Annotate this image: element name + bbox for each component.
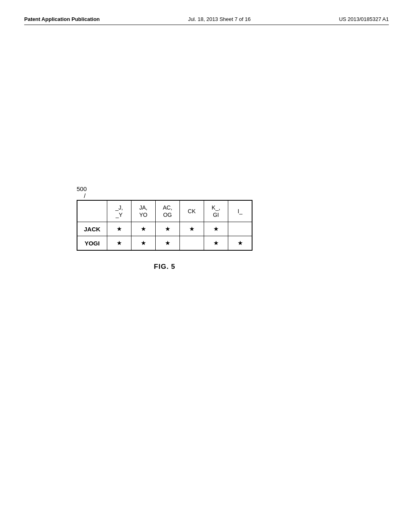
col-header-empty bbox=[77, 200, 107, 222]
col-header-i: I_ bbox=[228, 200, 252, 222]
cell-yogi-jy: ★ bbox=[107, 236, 131, 251]
data-table: _J,_Y JA,YO AC,OG CK K_,GI I_ JACK ★ ★ ★… bbox=[77, 200, 252, 251]
page-container: Patent Application Publication Jul. 18, … bbox=[0, 0, 413, 532]
header-publication-label: Patent Application Publication bbox=[24, 16, 100, 22]
cell-jack-ck: ★ bbox=[179, 222, 204, 236]
cell-jack-kgi: ★ bbox=[204, 222, 228, 236]
figure-ref-number: 500 bbox=[77, 185, 252, 192]
cell-jack-jy: ★ bbox=[107, 222, 131, 236]
table-row: YOGI ★ ★ ★ ★ ★ bbox=[77, 236, 252, 251]
header-date-sheet: Jul. 18, 2013 Sheet 7 of 16 bbox=[188, 16, 250, 22]
col-header-jy: _J,_Y bbox=[107, 200, 131, 222]
row-name-jack: JACK bbox=[77, 222, 107, 236]
row-name-yogi: YOGI bbox=[77, 236, 107, 251]
cell-yogi-acog: ★ bbox=[155, 236, 179, 251]
figure-area: 500 / _J,_Y JA,YO AC,OG CK K_,GI I_ JACK… bbox=[77, 185, 252, 271]
figure-slash: / bbox=[84, 192, 252, 199]
cell-jack-jayo: ★ bbox=[131, 222, 155, 236]
cell-jack-acog: ★ bbox=[155, 222, 179, 236]
cell-yogi-ck bbox=[179, 236, 204, 251]
col-header-acog: AC,OG bbox=[155, 200, 179, 222]
table-header-row: _J,_Y JA,YO AC,OG CK K_,GI I_ bbox=[77, 200, 252, 222]
cell-yogi-kgi: ★ bbox=[204, 236, 228, 251]
table-row: JACK ★ ★ ★ ★ ★ bbox=[77, 222, 252, 236]
col-header-ck: CK bbox=[179, 200, 204, 222]
col-header-kgi: K_,GI bbox=[204, 200, 228, 222]
cell-yogi-jayo: ★ bbox=[131, 236, 155, 251]
cell-yogi-i: ★ bbox=[228, 236, 252, 251]
figure-caption: FIG. 5 bbox=[77, 263, 252, 271]
header-patent-number: US 2013/0185327 A1 bbox=[339, 16, 389, 22]
page-header: Patent Application Publication Jul. 18, … bbox=[24, 16, 389, 25]
cell-jack-i bbox=[228, 222, 252, 236]
col-header-jayo: JA,YO bbox=[131, 200, 155, 222]
